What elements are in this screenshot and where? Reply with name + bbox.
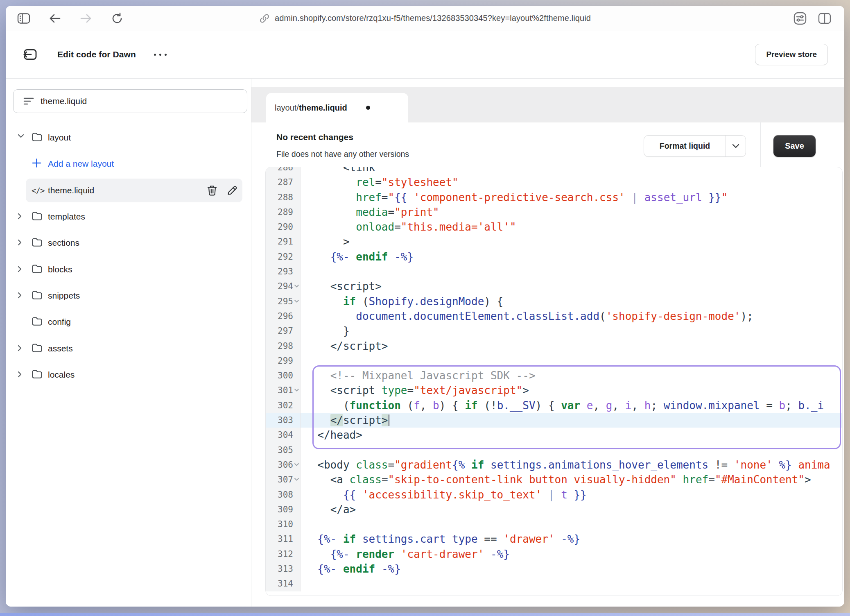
code-line-303[interactable]: 303 </script>: [266, 413, 842, 428]
fold-chevron-icon[interactable]: [294, 299, 299, 303]
code-text[interactable]: media="print": [301, 205, 842, 220]
code-text[interactable]: <link: [301, 167, 842, 175]
page-settings-icon[interactable]: [793, 11, 807, 26]
code-text[interactable]: >: [301, 234, 842, 249]
chevron-right-icon[interactable]: [18, 345, 22, 351]
sidebar-item-blocks[interactable]: blocks: [6, 256, 251, 282]
code-line-310[interactable]: 310: [266, 517, 842, 532]
code-line-300[interactable]: 300 <!-- Mixpanel Javascript SDK -->: [266, 368, 842, 383]
format-liquid-label[interactable]: Format liquid: [644, 136, 726, 156]
code-text[interactable]: </head>: [301, 428, 842, 442]
code-text[interactable]: <a class="skip-to-content-link button vi…: [301, 472, 842, 487]
code-editor[interactable]: 286 <link287 rel="stylesheet"288 href="{…: [265, 167, 843, 596]
sidebar-item-layout[interactable]: layout: [6, 125, 251, 151]
fold-chevron-icon[interactable]: [294, 388, 299, 392]
code-text[interactable]: <script>: [301, 279, 842, 294]
save-button[interactable]: Save: [773, 135, 816, 157]
code-line-302[interactable]: 302 (function (f, b) { if (!b.__SV) { va…: [266, 398, 842, 413]
code-line-291[interactable]: 291 >: [266, 234, 842, 249]
code-text[interactable]: {{ 'accessibility.skip_to_text' | t }}: [301, 487, 842, 502]
code-line-293[interactable]: 293: [266, 264, 842, 279]
code-text[interactable]: }: [301, 324, 842, 338]
url-text[interactable]: admin.shopify.com/store/rzq1xu-f5/themes…: [275, 14, 591, 23]
exit-code-editor-icon[interactable]: [23, 48, 38, 61]
code-line-294[interactable]: 294 <script>: [266, 279, 842, 294]
code-text[interactable]: onload="this.media='all'": [301, 220, 842, 234]
code-line-307[interactable]: 307 <a class="skip-to-content-link butto…: [266, 472, 842, 487]
sidebar-item-snippets[interactable]: snippets: [6, 283, 251, 309]
chevron-right-icon[interactable]: [18, 213, 22, 220]
code-text[interactable]: {%- endif -%}: [301, 249, 842, 264]
code-line-309[interactable]: 309 </a>: [266, 502, 842, 517]
address-bar[interactable]: admin.shopify.com/store/rzq1xu-f5/themes…: [6, 6, 844, 31]
code-line-308[interactable]: 308 {{ 'accessibility.skip_to_text' | t …: [266, 487, 842, 502]
code-line-313[interactable]: 313 {%- endif -%}: [266, 562, 842, 576]
search-input[interactable]: [40, 96, 247, 106]
code-text[interactable]: </script>: [301, 339, 842, 353]
sidebar-item-sections[interactable]: sections: [6, 230, 251, 256]
sidebar-item-assets[interactable]: assets: [6, 335, 251, 361]
code-text[interactable]: {%- if settings.cart_type == 'drawer' -%…: [301, 532, 842, 546]
code-text[interactable]: <!-- Mixpanel Javascript SDK -->: [301, 368, 842, 383]
sidebar-item-config[interactable]: config: [6, 309, 251, 335]
fold-chevron-icon[interactable]: [294, 463, 299, 467]
code-text[interactable]: href="{{ 'component-predictive-search.cs…: [301, 190, 842, 205]
code-text[interactable]: </a>: [301, 502, 842, 517]
fold-chevron-icon[interactable]: [294, 478, 299, 481]
chevron-down-icon[interactable]: [18, 134, 24, 138]
code-line-295[interactable]: 295 if (Shopify.designMode) {: [266, 294, 842, 309]
code-text[interactable]: <script type="text/javascript">: [301, 383, 842, 398]
code-text[interactable]: (function (f, b) { if (!b.__SV) { var e,…: [301, 398, 842, 413]
pencil-icon[interactable]: [226, 185, 238, 196]
code-line-286[interactable]: 286 <link: [266, 167, 842, 175]
code-text[interactable]: [301, 353, 842, 368]
sidebar-item-add-a-new-layout[interactable]: Add a new layout: [6, 151, 251, 177]
format-dropdown-toggle[interactable]: [726, 136, 746, 156]
code-text[interactable]: [301, 517, 842, 532]
code-line-288[interactable]: 288 href="{{ 'component-predictive-searc…: [266, 190, 842, 205]
code-line-289[interactable]: 289 media="print": [266, 205, 842, 220]
more-actions-icon[interactable]: [154, 54, 167, 56]
code-text[interactable]: <body class="gradient{% if settings.anim…: [301, 457, 842, 472]
code-text[interactable]: </script>: [301, 413, 842, 428]
preview-store-button[interactable]: Preview store: [755, 44, 828, 65]
code-text[interactable]: document.documentElement.classList.add('…: [301, 309, 842, 324]
format-liquid-button[interactable]: Format liquid: [644, 135, 746, 157]
code-line-298[interactable]: 298 </script>: [266, 339, 842, 353]
fold-chevron-icon[interactable]: [294, 284, 299, 288]
chevron-right-icon[interactable]: [18, 292, 22, 299]
code-text[interactable]: {%- endif -%}: [301, 562, 842, 576]
code-line-305[interactable]: 305: [266, 443, 842, 457]
trash-icon[interactable]: [207, 185, 217, 196]
tab-theme-liquid[interactable]: layout/theme.liquid: [266, 93, 408, 122]
code-line-297[interactable]: 297 }: [266, 324, 842, 338]
code-text[interactable]: [301, 576, 842, 591]
chevron-right-icon[interactable]: [18, 371, 22, 378]
code-text[interactable]: [301, 443, 842, 457]
code-text[interactable]: rel="stylesheet": [301, 175, 842, 190]
code-line-299[interactable]: 299: [266, 353, 842, 368]
code-text[interactable]: if (Shopify.designMode) {: [301, 294, 842, 309]
code-line-290[interactable]: 290 onload="this.media='all'": [266, 220, 842, 234]
code-line-287[interactable]: 287 rel="stylesheet": [266, 175, 842, 190]
toolbar-right-group: [793, 6, 832, 31]
code-text[interactable]: [301, 264, 842, 279]
code-line-314[interactable]: 314: [266, 576, 842, 591]
code-line-301[interactable]: 301 <script type="text/javascript">: [266, 383, 842, 398]
text-cursor: [389, 414, 390, 426]
chevron-right-icon[interactable]: [18, 239, 22, 246]
sidebar-item-theme-liquid[interactable]: </>theme.liquid: [6, 177, 251, 204]
line-number: 294: [266, 279, 301, 294]
code-line-292[interactable]: 292 {%- endif -%}: [266, 249, 842, 264]
file-search-field[interactable]: [13, 89, 247, 113]
chevron-right-icon[interactable]: [18, 266, 22, 272]
code-text[interactable]: {%- render 'cart-drawer' -%}: [301, 547, 842, 562]
sidebar-item-templates[interactable]: templates: [6, 204, 251, 230]
code-line-306[interactable]: 306 <body class="gradient{% if settings.…: [266, 457, 842, 472]
sidebar-item-locales[interactable]: locales: [6, 362, 251, 388]
code-line-304[interactable]: 304 </head>: [266, 428, 842, 442]
code-line-312[interactable]: 312 {%- render 'cart-drawer' -%}: [266, 547, 842, 562]
code-line-296[interactable]: 296 document.documentElement.classList.a…: [266, 309, 842, 324]
code-line-311[interactable]: 311 {%- if settings.cart_type == 'drawer…: [266, 532, 842, 546]
split-view-icon[interactable]: [817, 11, 832, 26]
